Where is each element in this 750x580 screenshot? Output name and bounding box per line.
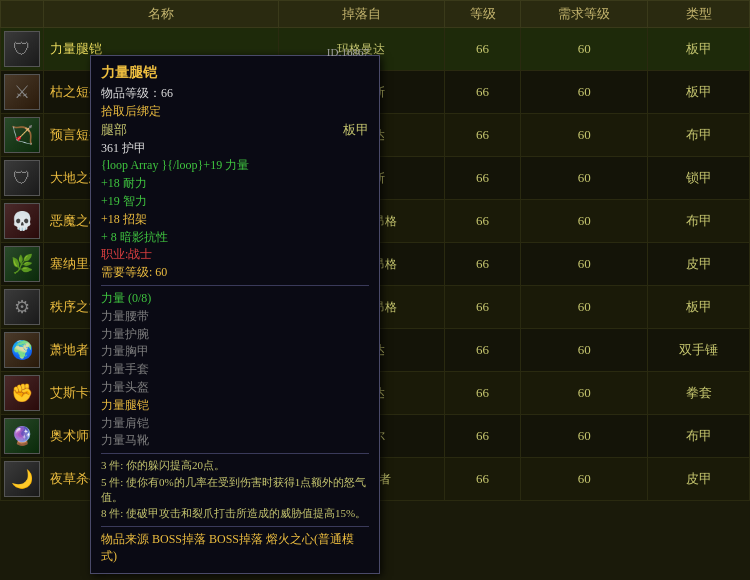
item-level: 66: [444, 200, 520, 243]
item-req-level: 60: [521, 329, 648, 372]
item-type: 双手锤: [648, 329, 750, 372]
tooltip-stats: {loop Array }{/loop}+19 力量+18 耐力+19 智力+1…: [101, 157, 369, 245]
tooltip-stat: +18 招架: [101, 211, 369, 228]
item-req-level: 60: [521, 458, 648, 501]
item-level: 66: [444, 157, 520, 200]
item-level: 66: [444, 372, 520, 415]
tooltip-set-bonus: 5 件: 使你有0%的几率在受到伤害时获得1点额外的怒气值。: [101, 475, 369, 506]
tooltip-pickup: 拾取后绑定: [101, 103, 369, 120]
tooltip-slot: 腿部: [101, 121, 127, 139]
item-type: 锁甲: [648, 157, 750, 200]
item-type: 板甲: [648, 28, 750, 71]
item-type: 布甲: [648, 114, 750, 157]
tooltip-stat: +18 耐力: [101, 175, 369, 192]
item-icon: 🛡: [4, 31, 40, 67]
item-req-level: 60: [521, 157, 648, 200]
tooltip-set-bonus: 3 件: 你的躲闪提高20点。: [101, 458, 369, 473]
tooltip-item-level: 物品等级：66: [101, 85, 369, 102]
col-name: 名称: [44, 1, 279, 28]
col-type: 类型: [648, 1, 750, 28]
item-req-level: 60: [521, 415, 648, 458]
item-icon: ✊: [4, 375, 40, 411]
item-req-level: 60: [521, 200, 648, 243]
item-level: 66: [444, 28, 520, 71]
item-type: 板甲: [648, 286, 750, 329]
item-icon: 🌍: [4, 332, 40, 368]
item-req-level: 60: [521, 28, 648, 71]
item-icon: ⚔: [4, 74, 40, 110]
main-container: 名称 掉落自 等级 需求等级 类型 🛡力量腿铠玛格曼达6660板甲⚔枯之短裙基赫…: [0, 0, 750, 580]
item-level: 66: [444, 243, 520, 286]
col-level: 等级: [444, 1, 520, 28]
col-source: 掉落自: [278, 1, 444, 28]
tooltip-set-item: 力量头盔: [101, 379, 369, 396]
item-type: 皮甲: [648, 458, 750, 501]
tooltip-source: 物品来源 BOSS掉落 BOSS掉落 熔火之心(普通模式): [101, 531, 369, 565]
item-level: 66: [444, 286, 520, 329]
tooltip-stat: +19 智力: [101, 193, 369, 210]
item-type: 板甲: [648, 71, 750, 114]
tooltip-set-bonuses: 3 件: 你的躲闪提高20点。5 件: 使你有0%的几率在受到伤害时获得1点额外…: [101, 458, 369, 522]
tooltip-armor: 361 护甲: [101, 140, 369, 157]
tooltip-set-item: 力量马靴: [101, 432, 369, 449]
item-icon: 🔮: [4, 418, 40, 454]
tooltip-set-item: 力量手套: [101, 361, 369, 378]
item-icon: 🛡: [4, 160, 40, 196]
item-icon: ⚙: [4, 289, 40, 325]
tooltip-set-items: 力量腰带力量护腕力量胸甲力量手套力量头盔力量腿铠力量肩铠力量马靴: [101, 308, 369, 449]
item-level: 66: [444, 71, 520, 114]
tooltip-set-name: 力量 (0/8): [101, 290, 369, 307]
item-type: 布甲: [648, 415, 750, 458]
tooltip-profession: 职业:战士: [101, 246, 369, 263]
col-icon: [1, 1, 44, 28]
tooltip-title: 力量腿铠: [101, 64, 157, 82]
item-level: 66: [444, 458, 520, 501]
col-req-level: 需求等级: [521, 1, 648, 28]
tooltip-set-item: 力量胸甲: [101, 343, 369, 360]
table-header: 名称 掉落自 等级 需求等级 类型: [1, 1, 750, 28]
tooltip-armor-type: 板甲: [343, 121, 369, 139]
item-type: 皮甲: [648, 243, 750, 286]
tooltip-set-item: 力量肩铠: [101, 415, 369, 432]
tooltip-set-item: 力量腿铠: [101, 397, 369, 414]
item-icon: 🌙: [4, 461, 40, 497]
item-req-level: 60: [521, 71, 648, 114]
tooltip-stat: + 8 暗影抗性: [101, 229, 369, 246]
item-type: 布甲: [648, 200, 750, 243]
item-req-level: 60: [521, 114, 648, 157]
item-icon: 💀: [4, 203, 40, 239]
tooltip-set-bonus: 8 件: 使破甲攻击和裂爪打击所造成的威胁值提高15%。: [101, 506, 369, 521]
tooltip-stat: {loop Array }{/loop}+19 力量: [101, 157, 369, 174]
item-level: 66: [444, 329, 520, 372]
item-tooltip: 力量腿铠 ID:16867 物品等级：66 拾取后绑定 腿部 板甲 361 护甲…: [90, 55, 380, 574]
item-req-level: 60: [521, 372, 648, 415]
tooltip-set-item: 力量护腕: [101, 326, 369, 343]
tooltip-req-level: 需要等级: 60: [101, 264, 369, 281]
item-level: 66: [444, 114, 520, 157]
tooltip-set-item: 力量腰带: [101, 308, 369, 325]
item-type: 拳套: [648, 372, 750, 415]
item-icon: 🌿: [4, 246, 40, 282]
item-req-level: 60: [521, 243, 648, 286]
tooltip-id: ID:16867: [327, 46, 369, 58]
item-req-level: 60: [521, 286, 648, 329]
item-icon: 🏹: [4, 117, 40, 153]
item-level: 66: [444, 415, 520, 458]
